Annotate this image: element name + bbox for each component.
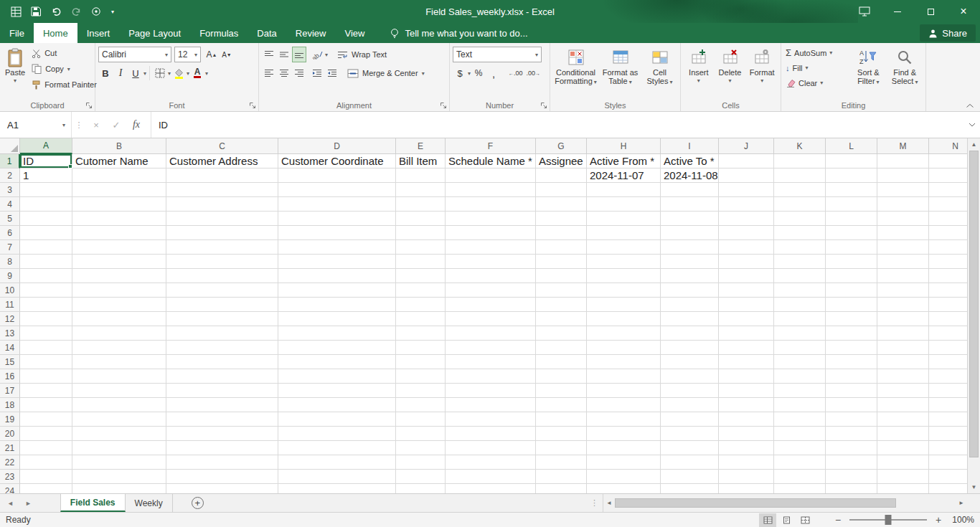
- cell-J15[interactable]: [719, 355, 774, 369]
- cell-M14[interactable]: [877, 341, 929, 355]
- cell-E3[interactable]: [396, 183, 446, 197]
- cell-B11[interactable]: [72, 298, 166, 312]
- cell-M6[interactable]: [877, 226, 929, 240]
- row-header-9[interactable]: 9: [0, 269, 20, 283]
- cell-L12[interactable]: [826, 312, 877, 326]
- new-sheet-button[interactable]: +: [192, 497, 204, 509]
- row-header-4[interactable]: 4: [0, 197, 20, 212]
- cell-B5[interactable]: [72, 212, 166, 226]
- cell-F3[interactable]: [446, 183, 536, 197]
- cell-D22[interactable]: [278, 455, 396, 470]
- cell-M20[interactable]: [877, 427, 929, 441]
- cell-H5[interactable]: [587, 212, 661, 226]
- cell-N22[interactable]: [929, 455, 967, 470]
- cell-B15[interactable]: [72, 355, 166, 369]
- cell-M24[interactable]: [877, 484, 929, 493]
- cell-D7[interactable]: [278, 240, 396, 255]
- cell-C13[interactable]: [166, 326, 278, 341]
- cell-H12[interactable]: [587, 312, 661, 326]
- save-button[interactable]: [26, 0, 46, 23]
- cell-H6[interactable]: [587, 226, 661, 240]
- cell-K15[interactable]: [774, 355, 826, 369]
- fill-button[interactable]: ↓ Fill ▾: [784, 60, 850, 75]
- cell-K21[interactable]: [774, 441, 826, 455]
- cell-F21[interactable]: [446, 441, 536, 455]
- column-header-F[interactable]: F: [446, 138, 536, 154]
- vertical-scroll-thumb[interactable]: [969, 151, 979, 457]
- row-header-15[interactable]: 15: [0, 355, 20, 369]
- row-header-18[interactable]: 18: [0, 398, 20, 412]
- cell-B3[interactable]: [72, 183, 166, 197]
- decrease-font-size-button[interactable]: A▼: [220, 47, 234, 62]
- cell-D1[interactable]: Customer Coordinate: [278, 154, 396, 168]
- fill-color-button[interactable]: [171, 65, 186, 81]
- cell-M1[interactable]: [877, 154, 929, 168]
- cell-L16[interactable]: [826, 369, 877, 384]
- cell-A19[interactable]: [20, 412, 72, 427]
- cell-K11[interactable]: [774, 298, 826, 312]
- cell-E16[interactable]: [396, 369, 446, 384]
- increase-indent-button[interactable]: [325, 65, 339, 81]
- cell-M21[interactable]: [877, 441, 929, 455]
- cell-M16[interactable]: [877, 369, 929, 384]
- confirm-entry-button[interactable]: ✓: [106, 112, 126, 138]
- cell-G7[interactable]: [536, 240, 587, 255]
- cell-M2[interactable]: [877, 168, 929, 183]
- cell-A24[interactable]: [20, 484, 72, 493]
- cell-M18[interactable]: [877, 398, 929, 412]
- cell-D11[interactable]: [278, 298, 396, 312]
- cell-D12[interactable]: [278, 312, 396, 326]
- ribbon-tab-file[interactable]: File: [0, 23, 34, 43]
- cell-J14[interactable]: [719, 341, 774, 355]
- page-break-view-button[interactable]: [796, 513, 814, 527]
- cell-L4[interactable]: [826, 197, 877, 212]
- font-color-button[interactable]: A: [190, 65, 204, 81]
- column-header-A[interactable]: A: [20, 138, 72, 154]
- cell-L17[interactable]: [826, 384, 877, 398]
- cell-M19[interactable]: [877, 412, 929, 427]
- cell-D3[interactable]: [278, 183, 396, 197]
- cell-J1[interactable]: [719, 154, 774, 168]
- scroll-right-arrow[interactable]: ►: [956, 494, 967, 512]
- customize-qat-dropdown[interactable]: ▾: [106, 0, 119, 23]
- ribbon-tab-view[interactable]: View: [335, 23, 374, 43]
- delete-cells-button[interactable]: Delete ▾: [715, 45, 745, 99]
- cell-A14[interactable]: [20, 341, 72, 355]
- cell-G1[interactable]: Assignee: [536, 154, 587, 168]
- fill-handle[interactable]: [68, 164, 72, 168]
- cell-E9[interactable]: [396, 269, 446, 283]
- cell-G11[interactable]: [536, 298, 587, 312]
- cell-A18[interactable]: [20, 398, 72, 412]
- cell-I8[interactable]: [661, 255, 719, 269]
- cell-L14[interactable]: [826, 341, 877, 355]
- cell-H2[interactable]: 2024-11-07: [587, 168, 661, 183]
- cell-M22[interactable]: [877, 455, 929, 470]
- cell-C5[interactable]: [166, 212, 278, 226]
- row-header-12[interactable]: 12: [0, 312, 20, 326]
- fill-color-dropdown-arrow[interactable]: ▾: [187, 70, 189, 77]
- cell-H14[interactable]: [587, 341, 661, 355]
- cell-E11[interactable]: [396, 298, 446, 312]
- column-header-D[interactable]: D: [278, 138, 396, 154]
- cell-B23[interactable]: [72, 470, 166, 484]
- column-header-C[interactable]: C: [166, 138, 278, 154]
- ribbon-tab-home[interactable]: Home: [34, 23, 77, 43]
- cell-K7[interactable]: [774, 240, 826, 255]
- cell-E21[interactable]: [396, 441, 446, 455]
- font-size-select[interactable]: 12 ▾: [174, 47, 201, 62]
- column-header-H[interactable]: H: [587, 138, 661, 154]
- cell-J18[interactable]: [719, 398, 774, 412]
- clear-button[interactable]: Clear ▾: [784, 75, 850, 90]
- display-settings-button[interactable]: [848, 0, 881, 23]
- cell-A22[interactable]: [20, 455, 72, 470]
- insert-function-button[interactable]: fx: [126, 112, 146, 138]
- column-header-G[interactable]: G: [536, 138, 587, 154]
- cell-F15[interactable]: [446, 355, 536, 369]
- cell-L18[interactable]: [826, 398, 877, 412]
- cell-B17[interactable]: [72, 384, 166, 398]
- number-dialog-launcher[interactable]: [540, 102, 547, 109]
- row-header-17[interactable]: 17: [0, 384, 20, 398]
- cell-D14[interactable]: [278, 341, 396, 355]
- cell-B21[interactable]: [72, 441, 166, 455]
- cell-F13[interactable]: [446, 326, 536, 341]
